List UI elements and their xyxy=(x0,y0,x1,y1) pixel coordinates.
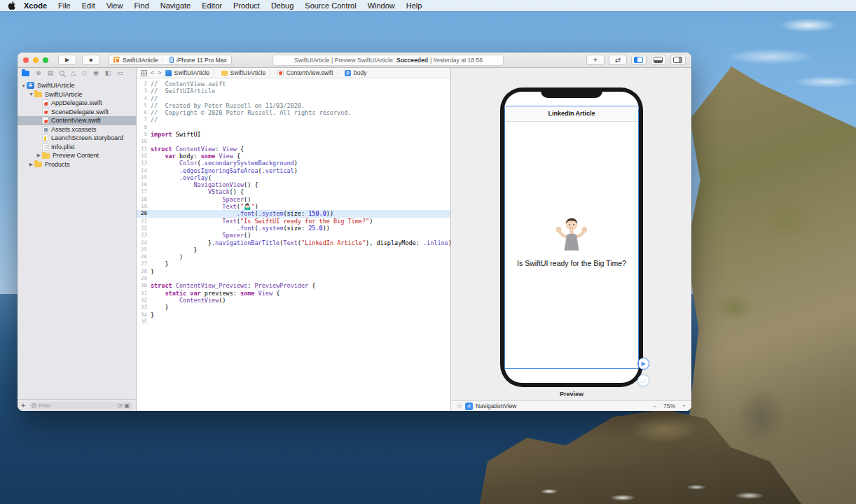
code-line-34[interactable]: 34} xyxy=(137,312,450,318)
debug-navigator-tab[interactable]: ◉ xyxy=(93,70,99,76)
file-row-swiftuiarticle[interactable]: ▼SwiftUIArticle xyxy=(18,90,136,99)
disclosure-triangle[interactable]: ▶ xyxy=(36,153,42,158)
apple-menu-icon[interactable] xyxy=(6,1,18,10)
code-line-4[interactable]: 4// xyxy=(137,95,450,102)
zoom-in-button[interactable]: + xyxy=(682,402,686,410)
file-row-info-plist[interactable]: Info.plist xyxy=(18,143,136,152)
code-line-22[interactable]: 22 .font(.system(size: 25.0)) xyxy=(137,225,450,232)
source-control-navigator-tab[interactable]: ⊗ xyxy=(36,70,41,76)
code-line-31[interactable]: 31 static var previews: some View { xyxy=(137,290,450,297)
menu-item-navigate[interactable]: Navigate xyxy=(155,0,196,11)
man-shrugging-emoji[interactable] xyxy=(552,216,591,252)
code-line-6[interactable]: 6// Copyright © 2020 Peter Russell. All … xyxy=(137,109,450,116)
file-row-appdelegate-swift[interactable]: AppDelegate.swift xyxy=(18,99,136,108)
code-line-15[interactable]: 15 .overlay( xyxy=(137,174,450,181)
toggle-debug-area-button[interactable] xyxy=(651,55,666,65)
breadcrumb-item-swiftuiarticle[interactable]: SwiftUIArticle xyxy=(165,69,210,76)
code-line-27[interactable]: 27 } xyxy=(137,260,450,267)
code-line-24[interactable]: 24 }.navigationBarTitle(Text("LinkedIn A… xyxy=(137,239,450,246)
preview-message-text[interactable]: Is SwiftUI ready for the Big Time? xyxy=(517,259,626,267)
disclosure-triangle[interactable]: ▶ xyxy=(28,162,34,167)
code-line-11[interactable]: 11struct ContentView: View { xyxy=(137,146,450,153)
code-line-13[interactable]: 13 Color(.secondarySystemBackground) xyxy=(137,160,450,167)
breadcrumb-item-body[interactable]: body xyxy=(345,69,366,76)
code-line-30[interactable]: 30struct ContentView_Previews: PreviewPr… xyxy=(137,282,450,289)
report-navigator-tab[interactable]: ▭ xyxy=(117,70,123,76)
recents-clock-icon[interactable]: ◷ xyxy=(117,402,122,409)
filter-input[interactable]: Filter ◷ ▣ xyxy=(29,402,132,410)
preview-content[interactable]: Is SwiftUI ready for the Big Time? xyxy=(504,122,639,383)
run-button[interactable]: ▶ xyxy=(58,55,76,65)
disclosure-triangle[interactable]: ▼ xyxy=(20,83,27,88)
project-navigator-tab[interactable] xyxy=(22,71,29,76)
code-line-17[interactable]: 17 VStack() { xyxy=(137,188,450,195)
disclosure-triangle[interactable]: ▼ xyxy=(28,92,34,97)
scheme-selector[interactable]: SwiftUIArticle 〉 iPhone 11 Pro Max xyxy=(109,55,232,65)
breadcrumb-item-swiftuiarticle[interactable]: SwiftUIArticle xyxy=(221,69,266,76)
code-line-2[interactable]: 2// ContentView.swift xyxy=(137,80,450,88)
editor-options-button[interactable]: ⇄ xyxy=(609,55,627,65)
menu-item-xcode[interactable]: Xcode xyxy=(18,0,53,11)
file-row-launchscreen-storyboard[interactable]: LaunchScreen.storyboard xyxy=(18,134,136,143)
code-line-23[interactable]: 23 Spacer() xyxy=(137,232,450,239)
menu-item-window[interactable]: Window xyxy=(362,0,401,11)
zoom-window-button[interactable] xyxy=(43,57,48,63)
code-line-29[interactable]: 29 xyxy=(137,275,450,282)
scm-status-icon[interactable]: ▣ xyxy=(124,402,130,409)
issue-navigator-tab[interactable]: △ xyxy=(71,70,76,76)
source-code-area[interactable]: 2// ContentView.swift3// SwiftUIArticle4… xyxy=(137,78,450,411)
find-navigator-tab[interactable] xyxy=(60,71,64,76)
code-line-8[interactable]: 8 xyxy=(137,124,450,131)
file-row-swiftuiarticle[interactable]: ▼SwiftUIArticle xyxy=(18,81,136,90)
close-window-button[interactable] xyxy=(23,57,29,63)
back-button[interactable]: < xyxy=(151,69,154,76)
menu-item-find[interactable]: Find xyxy=(128,0,154,11)
breadcrumb-item-contentview-swift[interactable]: ContentView.swift xyxy=(277,69,333,76)
file-row-products[interactable]: ▶Products xyxy=(18,160,136,169)
code-line-28[interactable]: 28} xyxy=(137,268,450,275)
menu-item-source-control[interactable]: Source Control xyxy=(299,0,361,11)
code-line-14[interactable]: 14 .edgesIgnoringSafeArea(.vertical) xyxy=(137,167,450,174)
code-line-35[interactable]: 35 xyxy=(137,318,450,326)
live-preview-button[interactable]: ▶ xyxy=(637,358,649,370)
toggle-inspector-button[interactable] xyxy=(670,55,686,65)
navigation-view-chip-icon[interactable]: < xyxy=(465,402,473,410)
file-row-assets-xcassets[interactable]: Assets.xcassets xyxy=(18,125,136,134)
menu-item-editor[interactable]: Editor xyxy=(196,0,228,11)
menu-item-debug[interactable]: Debug xyxy=(265,0,299,11)
code-line-25[interactable]: 25 } xyxy=(137,246,450,253)
file-row-contentview-swift[interactable]: ContentView.swift xyxy=(18,116,136,125)
code-line-5[interactable]: 5// Created by Peter Russell on 11/03/20… xyxy=(137,102,450,109)
menu-item-product[interactable]: Product xyxy=(228,0,265,11)
breakpoint-navigator-tab[interactable]: ◧ xyxy=(105,70,111,76)
preview-screen[interactable]: LinkedIn Article xyxy=(504,92,639,383)
code-line-20[interactable]: 20 .font(.system(size: 150.0)) xyxy=(137,210,450,217)
code-line-10[interactable]: 10 xyxy=(137,138,450,145)
zoom-out-button[interactable]: − xyxy=(653,402,656,410)
code-line-9[interactable]: 9import SwiftUI xyxy=(137,131,450,138)
code-line-21[interactable]: 21 Text("Is SwiftUI ready for the Big Ti… xyxy=(137,218,450,225)
code-line-12[interactable]: 12 var body: some View { xyxy=(137,153,450,160)
stop-button[interactable]: ■ xyxy=(82,55,100,65)
related-items-icon[interactable] xyxy=(141,70,147,76)
code-line-19[interactable]: 19 Text("🤷🏻‍♂️") xyxy=(137,203,450,210)
menu-item-view[interactable]: View xyxy=(101,0,129,11)
minimize-window-button[interactable] xyxy=(33,57,39,63)
preview-on-device-button[interactable]: ▢ xyxy=(637,374,649,386)
forward-button[interactable]: > xyxy=(158,69,161,76)
menu-item-file[interactable]: File xyxy=(53,0,76,11)
file-row-scenedelegate-swift[interactable]: SceneDelegate.swift xyxy=(18,108,136,117)
library-button[interactable]: + xyxy=(586,55,605,65)
selected-view-label[interactable]: NavigationView xyxy=(476,402,516,410)
menu-item-help[interactable]: Help xyxy=(401,0,428,11)
test-navigator-tab[interactable]: ◇ xyxy=(82,70,87,76)
menu-item-edit[interactable]: Edit xyxy=(76,0,101,11)
code-line-18[interactable]: 18 Spacer() xyxy=(137,196,450,203)
code-line-3[interactable]: 3// SwiftUIArticle xyxy=(137,88,450,94)
symbol-navigator-tab[interactable]: ▤ xyxy=(48,70,54,76)
code-line-26[interactable]: 26 ) xyxy=(137,253,450,260)
add-file-button[interactable]: + xyxy=(21,402,25,410)
favorite-star-icon[interactable]: ☆ xyxy=(457,402,462,410)
code-line-7[interactable]: 7// xyxy=(137,116,450,123)
toggle-navigator-button[interactable] xyxy=(631,55,647,65)
